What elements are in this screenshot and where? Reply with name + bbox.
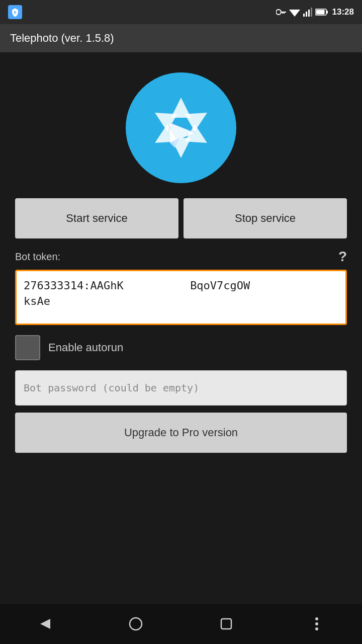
title-bar: Telephoto (ver. 1.5.8) [0, 24, 362, 52]
svg-rect-8 [308, 10, 310, 17]
wifi-icon [289, 8, 300, 17]
app-logo [126, 72, 236, 183]
shield-icon: B [8, 5, 22, 19]
bot-token-row: Bot token: ? [15, 249, 347, 265]
time-display: 13:28 [332, 7, 354, 17]
stop-service-button[interactable]: Stop service [184, 198, 347, 238]
help-icon[interactable]: ? [338, 249, 347, 265]
bot-token-label: Bot token: [15, 251, 60, 263]
back-button[interactable] [30, 609, 60, 639]
app-title: Telephoto (ver. 1.5.8) [10, 32, 114, 45]
svg-rect-9 [311, 8, 312, 17]
service-buttons-row: Start service Stop service [15, 198, 347, 238]
key-icon [276, 9, 286, 16]
autorun-checkbox[interactable] [15, 335, 40, 360]
password-input[interactable] [15, 370, 347, 406]
svg-point-21 [315, 627, 318, 630]
svg-rect-18 [221, 619, 231, 629]
battery-icon [315, 9, 328, 16]
autorun-label: Enable autorun [48, 341, 123, 354]
svg-marker-5 [289, 10, 300, 17]
bot-token-input[interactable]: 276333314:AAGhK BqoV7cgOW ksAe [15, 270, 347, 325]
status-icons [276, 8, 328, 17]
upgrade-button[interactable]: Upgrade to Pro version [15, 413, 347, 453]
svg-rect-12 [326, 11, 328, 14]
recents-button[interactable] [211, 609, 241, 639]
home-button[interactable] [121, 609, 151, 639]
signal-icon [303, 8, 312, 17]
svg-point-1 [276, 10, 281, 15]
more-button[interactable] [302, 609, 332, 639]
logo-svg [136, 83, 226, 173]
svg-point-17 [130, 618, 142, 630]
svg-rect-7 [306, 12, 307, 17]
svg-rect-6 [303, 14, 305, 17]
status-bar: B [0, 0, 362, 24]
status-bar-right: 13:28 [276, 7, 354, 17]
start-service-button[interactable]: Start service [15, 198, 178, 238]
logo-container [126, 72, 236, 183]
svg-text:B: B [14, 11, 17, 14]
svg-rect-11 [316, 10, 324, 15]
svg-point-19 [315, 617, 318, 620]
autorun-row: Enable autorun [15, 335, 347, 360]
status-bar-left: B [8, 5, 22, 19]
navigation-bar [0, 604, 362, 644]
svg-point-20 [315, 622, 318, 625]
main-content: Start service Stop service Bot token: ? … [0, 52, 362, 604]
svg-marker-16 [40, 619, 50, 629]
